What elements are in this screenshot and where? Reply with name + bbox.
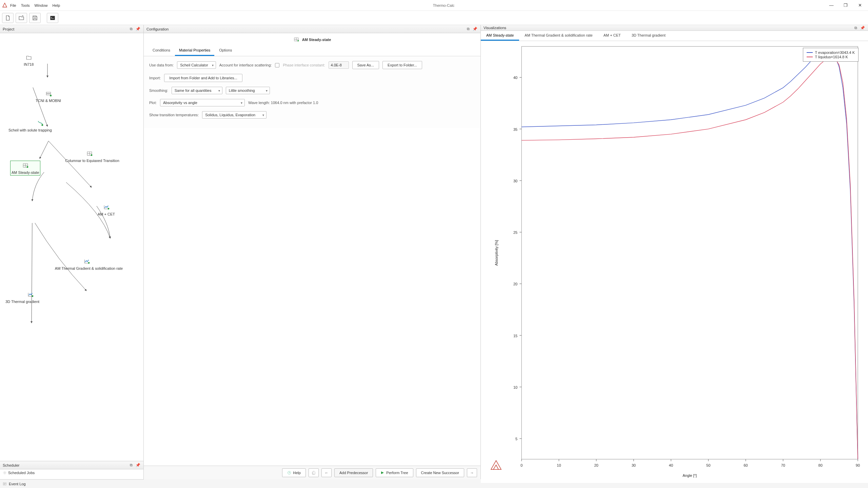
svg-text:80: 80 — [818, 463, 823, 467]
svg-point-21 — [297, 40, 299, 41]
viz-tab-am-cet[interactable]: AM + CET — [598, 31, 626, 41]
tab-material-properties[interactable]: Material Properties — [175, 46, 214, 56]
console-button[interactable] — [47, 13, 58, 23]
minimize-icon[interactable]: — — [827, 3, 835, 8]
window-title: Thermo-Calc — [60, 3, 827, 7]
node-tcni[interactable]: TCNI & MOBNI — [36, 90, 61, 103]
menu-window[interactable]: Window — [34, 3, 47, 7]
svg-text:Absorptivity [%]: Absorptivity [%] — [494, 240, 498, 266]
chart-legend: T evaporation=3043.4 K T liquidus=1614.8… — [803, 48, 859, 62]
panel-pin-icon[interactable]: 📌 — [860, 25, 865, 30]
close-icon[interactable]: ✕ — [856, 3, 864, 8]
save-as-button[interactable]: Save As... — [352, 61, 379, 69]
svg-text:40: 40 — [513, 76, 517, 80]
create-successor-button[interactable]: Create New Successor — [416, 468, 465, 477]
panel-undock-icon[interactable]: ⧉ — [129, 26, 134, 32]
visualizations-panel-header: Visualizations ⧉ 📌 — [481, 25, 868, 31]
menu-tools[interactable]: Tools — [21, 3, 30, 7]
viz-tab-3d-grad[interactable]: 3D Thermal gradient — [626, 31, 671, 41]
svg-text:5: 5 — [515, 437, 517, 441]
open-file-button[interactable] — [16, 13, 27, 23]
panel-pin-icon[interactable]: 📌 — [135, 463, 141, 468]
export-button[interactable]: Export to Folder... — [382, 61, 422, 69]
panel-undock-icon[interactable]: ⧉ — [466, 26, 471, 32]
plot-select[interactable]: Absorptivity vs angle — [160, 99, 245, 106]
help-button[interactable]: ? Help — [282, 468, 306, 477]
app-icon — [2, 3, 7, 8]
svg-text:10: 10 — [513, 385, 517, 389]
configuration-panel-header: Configuration ⧉ 📌 — [144, 25, 480, 33]
svg-text:25: 25 — [513, 230, 517, 235]
svg-text:Angle [°]: Angle [°] — [683, 473, 697, 477]
tab-options[interactable]: Options — [215, 46, 236, 56]
menu-bar: File Tools Window Help — [10, 3, 60, 7]
svg-point-4 — [50, 95, 52, 97]
scattering-checkbox[interactable] — [275, 63, 279, 67]
toolbar — [0, 11, 868, 25]
panel-pin-icon[interactable]: 📌 — [472, 26, 478, 32]
svg-text:40: 40 — [669, 463, 673, 467]
node-grad-rate[interactable]: AM Thermal Gradient & solidification rat… — [38, 258, 140, 270]
save-button[interactable] — [29, 13, 41, 23]
svg-point-5 — [41, 124, 43, 126]
titlebar: File Tools Window Help Thermo-Calc — ❐ ✕ — [0, 0, 868, 11]
node-scheil[interactable]: Scheil with solute trapping — [8, 119, 52, 132]
svg-text:60: 60 — [744, 463, 748, 467]
import-label: Import: — [149, 76, 161, 80]
svg-text:20: 20 — [513, 282, 517, 286]
svg-text:20: 20 — [594, 463, 598, 467]
node-am-steady[interactable]: AM Steady-state — [10, 161, 40, 176]
node-grad-3d[interactable]: 3D Thermal gradient — [5, 291, 39, 304]
new-file-button[interactable] — [2, 13, 14, 23]
tab-conditions[interactable]: Conditions — [149, 46, 174, 56]
viz-tab-am-steady[interactable]: AM Steady-state — [481, 31, 519, 41]
svg-rect-3 — [46, 94, 51, 95]
config-title: AM Steady-state — [144, 33, 480, 46]
svg-rect-24 — [521, 46, 858, 459]
smoothing-scope-select[interactable]: Same for all quantities — [172, 87, 222, 94]
grid-icon — [21, 162, 30, 170]
attach-button[interactable] — [309, 468, 319, 477]
svg-text:10: 10 — [557, 463, 561, 467]
event-log-tab[interactable]: Event Log — [0, 479, 144, 488]
project-tree[interactable]: IN718 TCNI & MOBNI Scheil with solute tr… — [0, 33, 143, 461]
panel-undock-icon[interactable]: ⧉ — [129, 463, 134, 468]
svg-text:70: 70 — [781, 463, 785, 467]
node-in718[interactable]: IN718 — [24, 54, 34, 66]
folder-icon — [24, 54, 34, 62]
wavelength-label: Wave length: 1064.0 nm with prefactor 1.… — [248, 101, 318, 105]
transition-select[interactable]: Solidus, Liquidus, Evaporation — [202, 111, 267, 119]
gear-icon — [3, 471, 7, 475]
grid-icon — [85, 150, 94, 158]
svg-point-14 — [107, 208, 109, 209]
forward-button[interactable]: → — [467, 468, 477, 477]
smoothing-level-select[interactable]: Little smoothing — [226, 87, 270, 94]
config-footer: ? Help ← Add Predecessor Perform Tree Cr… — [144, 466, 480, 479]
import-button[interactable]: Import from Folder and Add to Libraries.… — [164, 74, 242, 82]
node-cet[interactable]: Columnar to Equiaxed Transition — [52, 150, 133, 163]
node-am-cet[interactable]: AM + CET — [98, 203, 115, 216]
grid-icon — [293, 37, 299, 42]
menu-file[interactable]: File — [10, 3, 16, 7]
scheduled-jobs-row[interactable]: Scheduled Jobs — [0, 469, 143, 476]
phase-constant-input: 4.0E-8 — [329, 61, 349, 69]
viz-tab-grad-rate[interactable]: AM Thermal Gradient & solidification rat… — [519, 31, 598, 41]
chart-icon — [82, 258, 92, 266]
use-data-from-select[interactable]: Scheil Calculator — [177, 61, 216, 69]
chart-icon — [102, 203, 111, 211]
svg-text:50: 50 — [706, 463, 710, 467]
scattering-label: Account for interface scattering: — [219, 63, 272, 67]
chart-area[interactable]: 0102030405060708090510152025303540Angle … — [481, 41, 868, 483]
panel-pin-icon[interactable]: 📌 — [135, 26, 141, 32]
panel-undock-icon[interactable]: ⧉ — [853, 25, 859, 30]
maximize-icon[interactable]: ❐ — [842, 3, 850, 8]
back-button[interactable]: ← — [321, 468, 332, 477]
use-data-from-label: Use data from: — [149, 63, 174, 67]
perform-tree-button[interactable]: Perform Tree — [376, 468, 413, 477]
transition-label: Show transition temperatures: — [149, 113, 199, 117]
svg-text:30: 30 — [513, 179, 517, 183]
menu-help[interactable]: Help — [53, 3, 60, 7]
svg-point-9 — [26, 166, 28, 168]
plot-label: Plot: — [149, 101, 157, 105]
project-panel-header: Project ⧉ 📌 — [0, 25, 143, 33]
